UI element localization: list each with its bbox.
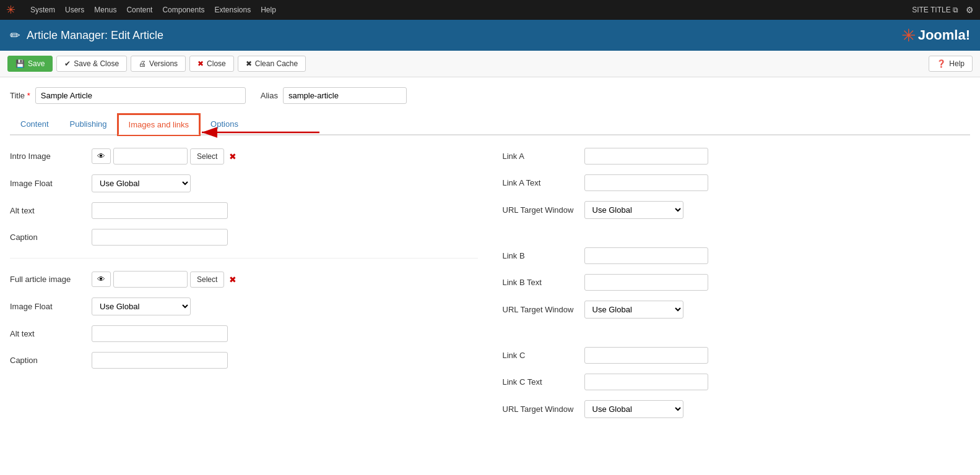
title-input[interactable] [35, 87, 246, 104]
top-nav-left: ✳ System Users Menus Content Components … [6, 3, 276, 17]
url-target-b-label: URL Target Window [503, 305, 577, 314]
link-a-input[interactable] [584, 148, 708, 165]
full-image-input[interactable] [113, 271, 188, 288]
image-float2-group: Image Float Use Global Right Left None [10, 297, 478, 315]
alias-label: Alias [261, 91, 278, 100]
alt-text-group: Alt text [10, 202, 478, 219]
nav-content[interactable]: Content [126, 6, 152, 14]
save-close-button[interactable]: ✔ Save & Close [56, 56, 127, 72]
save-icon: 💾 [15, 59, 25, 68]
article-manager-title: Article Manager: Edit Article [27, 29, 163, 42]
clean-cache-icon: ✖ [246, 59, 252, 68]
intro-image-label: Intro Image [10, 152, 84, 161]
url-target-c-label: URL Target Window [503, 404, 577, 414]
title-row: Title * Alias [10, 87, 970, 104]
intro-image-select-button[interactable]: Select [190, 148, 224, 165]
intro-image-clear-button[interactable]: ✖ [227, 150, 239, 163]
alt-text2-label: Alt text [10, 329, 84, 338]
url-target-c-group: URL Target Window Use Global New Window [503, 400, 971, 418]
versions-icon: 🖨 [139, 59, 146, 68]
spacer-b [503, 328, 971, 347]
clean-cache-label: Clean Cache [255, 59, 298, 68]
tab-images-links[interactable]: Images and links [118, 114, 201, 135]
page-title: ✏ Article Manager: Edit Article [10, 28, 163, 43]
nav-menus[interactable]: Menus [94, 6, 116, 14]
header-bar: ✏ Article Manager: Edit Article ✳ Joomla… [0, 20, 980, 51]
help-label: Help [949, 59, 965, 68]
caption-label: Caption [10, 233, 84, 242]
intro-image-group: Intro Image 👁 Select ✖ [10, 148, 478, 165]
image-float-select[interactable]: Use Global Right Left None [92, 174, 191, 192]
link-a-label: Link A [503, 152, 577, 161]
save-label: Save [28, 59, 45, 68]
intro-image-preview-button[interactable]: 👁 [92, 148, 111, 164]
caption2-group: Caption [10, 352, 478, 369]
url-target-b-group: URL Target Window Use Global New Window [503, 301, 971, 319]
alt-text2-group: Alt text [10, 325, 478, 342]
link-b-group: Link B [503, 247, 971, 264]
alt-text-input[interactable] [92, 202, 228, 219]
nav-help[interactable]: Help [261, 6, 276, 14]
full-image-clear-button[interactable]: ✖ [227, 273, 239, 286]
link-c-text-label: Link C Text [503, 377, 577, 387]
edit-icon: ✏ [10, 28, 20, 43]
link-b-text-group: Link B Text [503, 274, 971, 291]
nav-users[interactable]: Users [65, 6, 84, 14]
title-label: Title * [10, 91, 30, 100]
form-right: Link A Link A Text URL Target Window Use… [503, 148, 971, 428]
url-target-b-select[interactable]: Use Global New Window [584, 301, 683, 319]
link-c-label: Link C [503, 351, 577, 360]
help-button[interactable]: ❓ Help [929, 56, 973, 72]
spacer-a [503, 229, 971, 247]
link-c-text-group: Link C Text [503, 374, 971, 390]
intro-image-input[interactable] [113, 148, 188, 165]
link-b-text-label: Link B Text [503, 278, 577, 287]
nav-system[interactable]: System [30, 6, 55, 14]
link-c-text-input[interactable] [584, 374, 708, 390]
joomla-logo-icon: ✳ [6, 3, 15, 17]
alt-text2-input[interactable] [92, 325, 228, 342]
close-label: Close [207, 59, 226, 68]
tab-publishing[interactable]: Publishing [59, 114, 118, 135]
caption-group: Caption [10, 229, 478, 246]
caption2-label: Caption [10, 356, 84, 365]
url-target-c-select[interactable]: Use Global New Window [584, 400, 683, 418]
url-target-a-group: URL Target Window Use Global New Window [503, 201, 971, 219]
top-nav-right: SITE TITLE ⧉ ⚙ [912, 5, 974, 15]
versions-button[interactable]: 🖨 Versions [131, 56, 186, 72]
link-c-group: Link C [503, 347, 971, 364]
versions-label: Versions [149, 59, 178, 68]
image-float2-label: Image Float [10, 302, 84, 311]
joomla-star-icon: ✳ [901, 25, 916, 46]
clean-cache-button[interactable]: ✖ Clean Cache [238, 56, 306, 72]
image-float-label: Image Float [10, 179, 84, 188]
link-a-text-label: Link A Text [503, 178, 577, 187]
save-button[interactable]: 💾 Save [7, 56, 53, 72]
image-float2-select[interactable]: Use Global Right Left None [92, 297, 191, 315]
gear-icon[interactable]: ⚙ [966, 5, 974, 15]
site-title[interactable]: SITE TITLE ⧉ [912, 6, 958, 14]
tabs: Content Publishing Images and links Opti… [10, 114, 970, 135]
caption2-input[interactable] [92, 352, 228, 369]
form-left: Intro Image 👁 Select ✖ Image Float Use G… [10, 148, 478, 428]
caption-input[interactable] [92, 229, 228, 246]
link-b-input[interactable] [584, 247, 708, 264]
full-image-select-button[interactable]: Select [190, 272, 224, 288]
full-article-image-group: Full article image 👁 Select ✖ [10, 271, 478, 288]
main-content: Title * Alias Content Publishing Images … [0, 77, 980, 475]
link-a-text-input[interactable] [584, 174, 708, 191]
tab-options[interactable]: Options [200, 114, 249, 135]
nav-extensions[interactable]: Extensions [214, 6, 251, 14]
form-section: Intro Image 👁 Select ✖ Image Float Use G… [10, 148, 970, 428]
nav-components[interactable]: Components [162, 6, 204, 14]
tab-content[interactable]: Content [10, 114, 59, 135]
link-a-text-group: Link A Text [503, 174, 971, 191]
alias-input[interactable] [283, 87, 407, 104]
link-b-text-input[interactable] [584, 274, 708, 291]
full-image-preview-button[interactable]: 👁 [92, 272, 111, 287]
checkmark-icon: ✔ [64, 59, 71, 68]
url-target-a-select[interactable]: Use Global New Window [584, 201, 683, 219]
close-button[interactable]: ✖ Close [189, 56, 234, 72]
intro-image-row: 👁 Select ✖ [92, 148, 239, 165]
link-c-input[interactable] [584, 347, 708, 364]
